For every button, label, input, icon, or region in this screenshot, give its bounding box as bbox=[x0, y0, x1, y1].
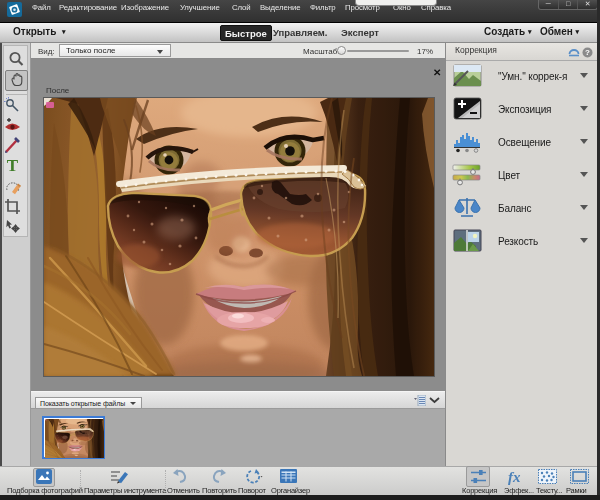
svg-text:T: T bbox=[7, 156, 19, 175]
svg-text:fx: fx bbox=[508, 469, 521, 485]
svg-text:?: ? bbox=[585, 48, 590, 57]
